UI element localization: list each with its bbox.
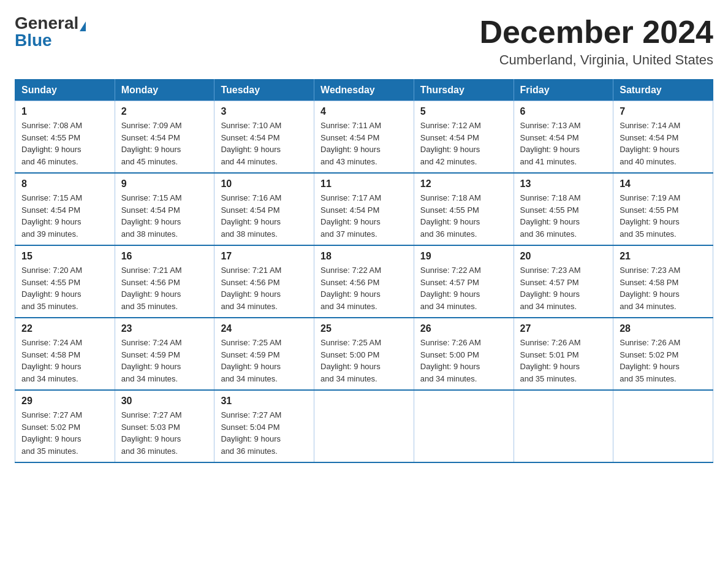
calendar-header: SundayMondayTuesdayWednesdayThursdayFrid… — [15, 80, 713, 101]
day-info: Sunrise: 7:27 AM Sunset: 5:03 PM Dayligh… — [121, 409, 208, 457]
page-header: General Blue December 2024 Cumberland, V… — [15, 15, 713, 68]
day-number: 9 — [121, 178, 208, 190]
calendar-week-row: 15 Sunrise: 7:20 AM Sunset: 4:55 PM Dayl… — [15, 245, 713, 318]
day-info: Sunrise: 7:23 AM Sunset: 4:57 PM Dayligh… — [520, 264, 607, 312]
calendar-day-cell: 26 Sunrise: 7:26 AM Sunset: 5:00 PM Dayl… — [414, 318, 514, 390]
logo: General Blue — [15, 15, 86, 49]
logo-top-line: General — [15, 15, 86, 32]
day-number: 22 — [21, 323, 108, 334]
day-info: Sunrise: 7:25 AM Sunset: 5:00 PM Dayligh… — [320, 337, 408, 385]
day-info: Sunrise: 7:18 AM Sunset: 4:55 PM Dayligh… — [520, 192, 607, 240]
logo-blue-text: Blue — [15, 31, 52, 50]
day-info: Sunrise: 7:20 AM Sunset: 4:55 PM Dayligh… — [21, 264, 108, 312]
calendar-day-cell: 27 Sunrise: 7:26 AM Sunset: 5:01 PM Dayl… — [514, 318, 613, 390]
day-number: 19 — [420, 251, 507, 262]
calendar-day-cell: 17 Sunrise: 7:21 AM Sunset: 4:56 PM Dayl… — [214, 245, 314, 318]
day-info: Sunrise: 7:21 AM Sunset: 4:56 PM Dayligh… — [121, 264, 208, 312]
day-number: 3 — [221, 106, 308, 117]
day-info: Sunrise: 7:22 AM Sunset: 4:57 PM Dayligh… — [420, 264, 507, 312]
day-number: 25 — [320, 323, 408, 334]
day-number: 8 — [21, 178, 108, 190]
calendar-day-cell: 30 Sunrise: 7:27 AM Sunset: 5:03 PM Dayl… — [115, 390, 214, 462]
calendar-day-cell: 12 Sunrise: 7:18 AM Sunset: 4:55 PM Dayl… — [414, 173, 514, 245]
calendar-day-cell: 7 Sunrise: 7:14 AM Sunset: 4:54 PM Dayli… — [613, 101, 713, 174]
day-info: Sunrise: 7:25 AM Sunset: 4:59 PM Dayligh… — [221, 337, 308, 385]
calendar-day-cell: 11 Sunrise: 7:17 AM Sunset: 4:54 PM Dayl… — [314, 173, 414, 245]
day-info: Sunrise: 7:14 AM Sunset: 4:54 PM Dayligh… — [620, 120, 707, 167]
calendar-day-cell — [613, 390, 713, 462]
day-number: 26 — [420, 323, 507, 334]
day-info: Sunrise: 7:15 AM Sunset: 4:54 PM Dayligh… — [121, 192, 208, 240]
calendar-day-cell: 21 Sunrise: 7:23 AM Sunset: 4:58 PM Dayl… — [613, 245, 713, 318]
day-number: 6 — [520, 106, 607, 117]
day-number: 28 — [620, 323, 707, 334]
calendar-day-cell: 10 Sunrise: 7:16 AM Sunset: 4:54 PM Dayl… — [214, 173, 314, 245]
calendar-day-cell: 4 Sunrise: 7:11 AM Sunset: 4:54 PM Dayli… — [314, 101, 414, 174]
day-info: Sunrise: 7:26 AM Sunset: 5:02 PM Dayligh… — [620, 337, 707, 385]
day-number: 16 — [121, 251, 208, 262]
day-number: 23 — [121, 323, 208, 334]
calendar-day-cell: 31 Sunrise: 7:27 AM Sunset: 5:04 PM Dayl… — [214, 390, 314, 462]
day-info: Sunrise: 7:22 AM Sunset: 4:56 PM Dayligh… — [320, 264, 408, 312]
calendar-day-cell: 18 Sunrise: 7:22 AM Sunset: 4:56 PM Dayl… — [314, 245, 414, 318]
calendar-day-cell: 23 Sunrise: 7:24 AM Sunset: 4:59 PM Dayl… — [115, 318, 214, 390]
calendar-day-cell: 28 Sunrise: 7:26 AM Sunset: 5:02 PM Dayl… — [613, 318, 713, 390]
day-info: Sunrise: 7:15 AM Sunset: 4:54 PM Dayligh… — [21, 192, 108, 240]
title-block: December 2024 Cumberland, Virginia, Unit… — [479, 15, 713, 68]
weekday-header-friday: Friday — [514, 80, 613, 101]
day-number: 21 — [620, 251, 707, 262]
calendar-day-cell: 16 Sunrise: 7:21 AM Sunset: 4:56 PM Dayl… — [115, 245, 214, 318]
calendar-day-cell: 9 Sunrise: 7:15 AM Sunset: 4:54 PM Dayli… — [115, 173, 214, 245]
logo-triangle-icon — [80, 21, 86, 31]
calendar-subtitle: Cumberland, Virginia, United States — [479, 52, 713, 68]
day-number: 2 — [121, 106, 208, 117]
day-number: 17 — [221, 251, 308, 262]
calendar-day-cell: 15 Sunrise: 7:20 AM Sunset: 4:55 PM Dayl… — [15, 245, 115, 318]
day-info: Sunrise: 7:24 AM Sunset: 4:58 PM Dayligh… — [21, 337, 108, 385]
calendar-day-cell — [514, 390, 613, 462]
day-info: Sunrise: 7:10 AM Sunset: 4:54 PM Dayligh… — [221, 120, 308, 167]
day-info: Sunrise: 7:24 AM Sunset: 4:59 PM Dayligh… — [121, 337, 208, 385]
day-info: Sunrise: 7:27 AM Sunset: 5:02 PM Dayligh… — [21, 409, 108, 457]
day-info: Sunrise: 7:11 AM Sunset: 4:54 PM Dayligh… — [320, 120, 408, 167]
calendar-table: SundayMondayTuesdayWednesdayThursdayFrid… — [15, 79, 713, 463]
day-info: Sunrise: 7:17 AM Sunset: 4:54 PM Dayligh… — [320, 192, 408, 240]
calendar-week-row: 8 Sunrise: 7:15 AM Sunset: 4:54 PM Dayli… — [15, 173, 713, 245]
day-info: Sunrise: 7:18 AM Sunset: 4:55 PM Dayligh… — [420, 192, 507, 240]
day-info: Sunrise: 7:21 AM Sunset: 4:56 PM Dayligh… — [221, 264, 308, 312]
day-number: 10 — [221, 178, 308, 190]
calendar-day-cell: 13 Sunrise: 7:18 AM Sunset: 4:55 PM Dayl… — [514, 173, 613, 245]
day-info: Sunrise: 7:23 AM Sunset: 4:58 PM Dayligh… — [620, 264, 707, 312]
day-number: 20 — [520, 251, 607, 262]
day-info: Sunrise: 7:19 AM Sunset: 4:55 PM Dayligh… — [620, 192, 707, 240]
calendar-day-cell: 19 Sunrise: 7:22 AM Sunset: 4:57 PM Dayl… — [414, 245, 514, 318]
calendar-day-cell: 22 Sunrise: 7:24 AM Sunset: 4:58 PM Dayl… — [15, 318, 115, 390]
weekday-header-tuesday: Tuesday — [214, 80, 314, 101]
calendar-day-cell: 3 Sunrise: 7:10 AM Sunset: 4:54 PM Dayli… — [214, 101, 314, 174]
calendar-day-cell: 1 Sunrise: 7:08 AM Sunset: 4:55 PM Dayli… — [15, 101, 115, 174]
day-info: Sunrise: 7:16 AM Sunset: 4:54 PM Dayligh… — [221, 192, 308, 240]
calendar-day-cell: 14 Sunrise: 7:19 AM Sunset: 4:55 PM Dayl… — [613, 173, 713, 245]
calendar-title: December 2024 — [479, 15, 713, 50]
day-info: Sunrise: 7:09 AM Sunset: 4:54 PM Dayligh… — [121, 120, 208, 167]
day-number: 24 — [221, 323, 308, 334]
calendar-day-cell: 8 Sunrise: 7:15 AM Sunset: 4:54 PM Dayli… — [15, 173, 115, 245]
calendar-week-row: 1 Sunrise: 7:08 AM Sunset: 4:55 PM Dayli… — [15, 101, 713, 174]
calendar-day-cell: 25 Sunrise: 7:25 AM Sunset: 5:00 PM Dayl… — [314, 318, 414, 390]
weekday-header-monday: Monday — [115, 80, 214, 101]
calendar-day-cell — [314, 390, 414, 462]
weekday-header-saturday: Saturday — [613, 80, 713, 101]
day-number: 15 — [21, 251, 108, 262]
day-number: 14 — [620, 178, 707, 190]
logo-general-text: General — [15, 13, 78, 33]
calendar-week-row: 29 Sunrise: 7:27 AM Sunset: 5:02 PM Dayl… — [15, 390, 713, 462]
day-info: Sunrise: 7:12 AM Sunset: 4:54 PM Dayligh… — [420, 120, 507, 167]
logo-bottom-line: Blue — [15, 32, 52, 49]
weekday-header-wednesday: Wednesday — [314, 80, 414, 101]
day-number: 31 — [221, 396, 308, 407]
calendar-day-cell — [414, 390, 514, 462]
calendar-day-cell: 6 Sunrise: 7:13 AM Sunset: 4:54 PM Dayli… — [514, 101, 613, 174]
day-number: 4 — [320, 106, 408, 117]
calendar-body: 1 Sunrise: 7:08 AM Sunset: 4:55 PM Dayli… — [15, 101, 713, 463]
day-number: 27 — [520, 323, 607, 334]
